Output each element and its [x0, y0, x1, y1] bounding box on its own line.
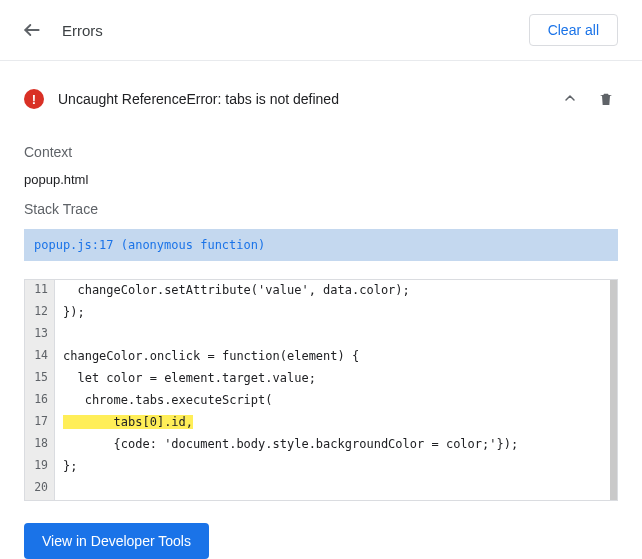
gutter-number: 12	[25, 302, 55, 324]
stack-trace-label: Stack Trace	[24, 201, 618, 217]
gutter-number: 13	[25, 324, 55, 346]
gutter-number: 14	[25, 346, 55, 368]
gutter-number: 17	[25, 412, 55, 434]
code-line: 11 changeColor.setAttribute('value', dat…	[25, 280, 617, 302]
error-icon: !	[24, 89, 44, 109]
code-line: 13	[25, 324, 617, 346]
context-label: Context	[24, 144, 618, 160]
code-line: 17 tabs[0].id,	[25, 412, 617, 434]
clear-all-button[interactable]: Clear all	[529, 14, 618, 46]
scrollbar[interactable]	[610, 280, 617, 500]
page-title: Errors	[62, 22, 103, 39]
trace-location: popup.js:17	[34, 238, 113, 252]
view-in-devtools-button[interactable]: View in Developer Tools	[24, 523, 209, 559]
context-value: popup.html	[24, 172, 618, 187]
gutter-number: 15	[25, 368, 55, 390]
stack-trace-bar[interactable]: popup.js:17 (anonymous function)	[24, 229, 618, 261]
code-line: 14changeColor.onclick = function(element…	[25, 346, 617, 368]
code-snippet: 11 changeColor.setAttribute('value', dat…	[24, 279, 618, 501]
code-line: 16 chrome.tabs.executeScript(	[25, 390, 617, 412]
code-text: tabs[0].id,	[55, 412, 193, 434]
back-icon[interactable]	[20, 18, 44, 42]
code-text	[55, 324, 63, 346]
gutter-number: 16	[25, 390, 55, 412]
code-text: changeColor.setAttribute('value', data.c…	[55, 280, 410, 302]
code-text: });	[55, 302, 85, 324]
code-text	[55, 478, 63, 500]
top-header: Errors Clear all	[0, 0, 642, 61]
code-line: 12});	[25, 302, 617, 324]
code-text: chrome.tabs.executeScript(	[55, 390, 273, 412]
code-text: let color = element.target.value;	[55, 368, 316, 390]
error-message: Uncaught ReferenceError: tabs is not def…	[58, 91, 339, 107]
code-text: };	[55, 456, 77, 478]
gutter-number: 11	[25, 280, 55, 302]
error-summary-row[interactable]: ! Uncaught ReferenceError: tabs is not d…	[24, 79, 618, 130]
code-line: 19};	[25, 456, 617, 478]
trash-icon[interactable]	[594, 87, 618, 111]
gutter-number: 18	[25, 434, 55, 456]
gutter-number: 20	[25, 478, 55, 500]
chevron-up-icon[interactable]	[546, 90, 594, 109]
gutter-number: 19	[25, 456, 55, 478]
trace-function: (anonymous function)	[121, 238, 266, 252]
code-line: 20	[25, 478, 617, 500]
code-text: {code: 'document.body.style.backgroundCo…	[55, 434, 518, 456]
code-text: changeColor.onclick = function(element) …	[55, 346, 359, 368]
code-line: 18 {code: 'document.body.style.backgroun…	[25, 434, 617, 456]
code-line: 15 let color = element.target.value;	[25, 368, 617, 390]
